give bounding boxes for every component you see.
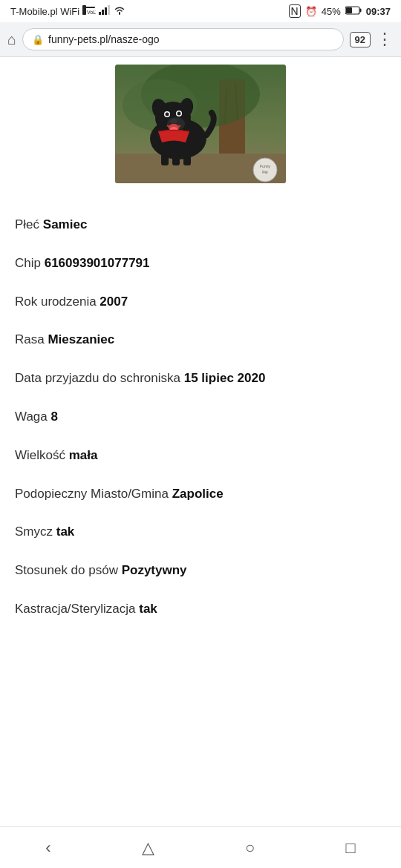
- field-value: tak: [139, 602, 157, 616]
- field-value: tak: [56, 525, 75, 539]
- svg-text:Funny: Funny: [260, 164, 270, 168]
- nfc-icon: N: [289, 4, 301, 18]
- forward-button[interactable]: △: [127, 832, 169, 864]
- status-bar: T-Mobile.pl WiFi VoLTE N ⏰ 45%: [0, 0, 401, 22]
- battery-icon: [345, 6, 362, 17]
- field-label: Smycz: [15, 525, 56, 539]
- time: 09:37: [366, 6, 391, 17]
- svg-rect-3: [99, 12, 101, 15]
- info-row: Chip 616093901077791: [15, 244, 386, 283]
- info-row: Płeć Samiec: [15, 206, 386, 244]
- svg-rect-5: [105, 7, 107, 15]
- menu-dots-icon[interactable]: ⋮: [376, 30, 394, 49]
- field-label: Data przyjazdu do schroniska: [15, 371, 184, 385]
- info-row: Data przyjazdu do schroniska 15 lipiec 2…: [15, 359, 386, 398]
- url-text: funny-pets.pl/nasze-ogo: [48, 33, 159, 45]
- main-content: Funny Pet Płeć SamiecChip 61609390107779…: [0, 57, 401, 643]
- svg-text:Pet: Pet: [262, 170, 268, 174]
- svg-rect-6: [108, 5, 110, 15]
- lock-icon: 🔒: [32, 34, 44, 45]
- svg-rect-9: [346, 7, 352, 13]
- wifi-icon: VoLTE: [82, 5, 96, 17]
- address-bar[interactable]: 🔒 funny-pets.pl/nasze-ogo: [22, 28, 343, 50]
- field-label: Kastracja/Sterylizacja: [15, 602, 139, 616]
- field-value: 8: [51, 410, 58, 424]
- info-row: Smycz tak: [15, 513, 386, 551]
- svg-rect-1: [83, 7, 95, 8]
- svg-rect-8: [359, 8, 361, 12]
- field-value: 15 lipiec 2020: [184, 371, 266, 385]
- tab-count[interactable]: 92: [350, 32, 371, 47]
- signal-bars: [99, 5, 111, 17]
- browser-chrome: ⌂ 🔒 funny-pets.pl/nasze-ogo 92 ⋮: [0, 22, 401, 57]
- info-row: Wielkość mała: [15, 436, 386, 475]
- field-label: Stosunek do psów: [15, 563, 122, 577]
- carrier-text: T-Mobile.pl WiFi: [10, 6, 79, 17]
- field-label: Waga: [15, 410, 51, 424]
- dog-image: Funny Pet: [115, 65, 286, 183]
- info-row: Rasa Mieszaniec: [15, 320, 386, 359]
- field-label: Chip: [15, 256, 45, 270]
- svg-point-27: [170, 119, 177, 124]
- info-section: Płeć SamiecChip 616093901077791Rok urodz…: [0, 198, 401, 643]
- field-label: Rasa: [15, 332, 48, 346]
- svg-point-24: [166, 113, 169, 116]
- svg-rect-30: [161, 152, 169, 165]
- field-label: Rok urodzenia: [15, 295, 100, 309]
- field-value: 2007: [100, 295, 128, 309]
- alarm-icon: ⏰: [305, 6, 317, 17]
- home-button[interactable]: ○: [230, 832, 270, 864]
- field-label: Wielkość: [15, 448, 69, 462]
- info-row: Stosunek do psów Pozytywny: [15, 551, 386, 590]
- field-label: Podopieczny Miasto/Gmina: [15, 487, 172, 501]
- info-row: Kastracja/Sterylizacja tak: [15, 590, 386, 628]
- wifi-symbol: [114, 5, 125, 17]
- recent-apps-button[interactable]: □: [331, 832, 371, 864]
- dog-svg: Funny Pet: [115, 65, 286, 183]
- svg-text:VoLTE: VoLTE: [87, 10, 96, 15]
- field-value: Zapolice: [172, 487, 224, 501]
- svg-rect-4: [102, 10, 104, 15]
- home-icon[interactable]: ⌂: [7, 31, 16, 48]
- back-button[interactable]: ‹: [30, 832, 65, 864]
- dog-image-container: Funny Pet: [0, 57, 401, 198]
- svg-rect-31: [172, 154, 180, 165]
- svg-rect-32: [183, 152, 191, 165]
- field-value: mała: [69, 448, 98, 462]
- field-value: Mieszaniec: [48, 332, 114, 346]
- info-row: Waga 8: [15, 398, 386, 436]
- battery-text: 45%: [322, 6, 341, 17]
- field-value: Pozytywny: [122, 563, 187, 577]
- svg-point-26: [177, 112, 181, 116]
- status-left: T-Mobile.pl WiFi VoLTE: [10, 5, 125, 17]
- status-right: N ⏰ 45% 09:37: [289, 4, 391, 18]
- field-label: Płeć: [15, 217, 43, 231]
- info-row: Podopieczny Miasto/Gmina Zapolice: [15, 475, 386, 513]
- bottom-nav: ‹ △ ○ □: [0, 826, 401, 868]
- field-value: Samiec: [43, 217, 88, 231]
- field-value: 616093901077791: [45, 256, 150, 270]
- svg-rect-0: [82, 5, 86, 15]
- info-row: Rok urodzenia 2007: [15, 283, 386, 321]
